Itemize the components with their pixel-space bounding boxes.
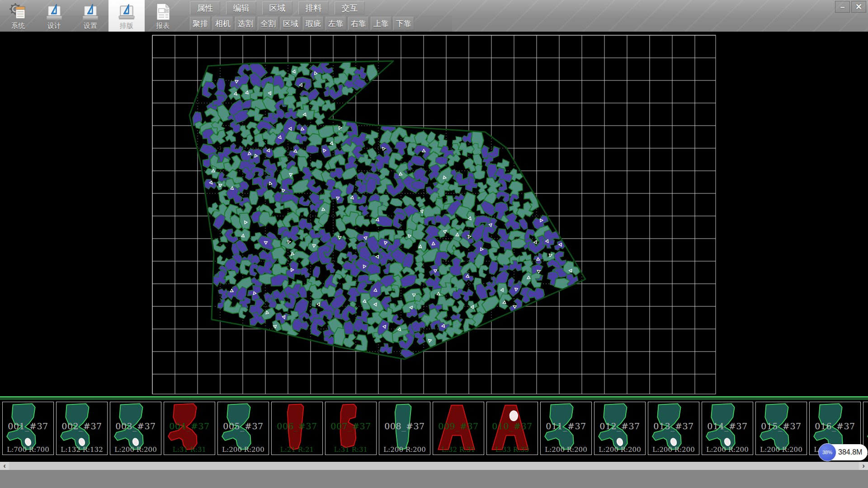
piece-thumbnail-013_#37[interactable]: 013_#37L:200 R:200 [648, 402, 699, 455]
app-button-2[interactable]: 设计 [36, 0, 72, 32]
piece-shape-boot [110, 402, 161, 455]
menu-tab-row: 属性编辑区域排料交互 [190, 1, 371, 14]
app-button-label: 设置 [84, 22, 97, 30]
piece-shape-boot [3, 402, 53, 455]
piece-shape-tall [272, 402, 322, 455]
tool-button-4[interactable]: 全割 [258, 17, 278, 30]
piece-shape-ashape [433, 402, 484, 455]
app-button-label: 设计 [47, 22, 61, 30]
scroll-left-icon[interactable]: ‹ [0, 462, 9, 470]
tool-button-9[interactable]: 上靠 [371, 17, 392, 30]
strip-separator-line [0, 399, 868, 399]
nest-layout-drawing [0, 32, 868, 396]
app-button-3[interactable]: 设置 [72, 0, 108, 32]
piece-thumbnail-009_#37[interactable]: 009_#37L:32 R:31 [433, 402, 484, 455]
gear-notepad-icon [8, 2, 28, 22]
piece-thumbnail-002_#37[interactable]: 002_#37L:132 R:132 [56, 402, 108, 455]
piece-shape-boot [756, 402, 807, 455]
piece-shape-tall [379, 402, 430, 455]
tool-button-7[interactable]: 左靠 [326, 17, 346, 30]
app-button-5[interactable]: 报表 [145, 0, 181, 32]
piece-thumbnail-014_#37[interactable]: 014_#37L:200 R:200 [702, 402, 753, 455]
piece-shape-boot [648, 402, 699, 455]
piece-thumbnail-005_#37[interactable]: 005_#37L:200 R:200 [217, 402, 269, 455]
app-button-label: 系统 [11, 22, 25, 30]
piece-thumbnail-006_#37[interactable]: 006_#37L:21 R:21 [271, 402, 323, 455]
app-button-label: 报表 [156, 22, 170, 30]
piece-thumbnail-010_#37[interactable]: 010_#37L:33 R:33 [486, 402, 538, 455]
piece-thumbnail-007_#37[interactable]: 007_#37L:31 R:31 [325, 402, 377, 455]
tool-button-3[interactable]: 选割 [235, 17, 256, 30]
piece-thumbnail-001_#37[interactable]: 001_#37L:700 R:700 [2, 402, 54, 455]
piece-shape-boot [702, 402, 753, 455]
laptop-ruler-icon [117, 2, 137, 22]
piece-thumbnail-012_#37[interactable]: 012_#37L:200 R:200 [594, 402, 646, 455]
piece-shape-ashape [487, 402, 538, 455]
piece-thumbnail-011_#37[interactable]: 011_#37L:200 R:200 [540, 402, 592, 455]
menu-tab-3[interactable]: 区域 [262, 1, 292, 14]
piece-shape-boot [541, 402, 591, 455]
window-controls: – ✕ [834, 1, 866, 13]
progress-percent-badge: 38% [818, 443, 836, 461]
piece-thumbnail-008_#37[interactable]: 008_#37L:200 R:200 [379, 402, 430, 455]
menu-button-row: 聚排相机选割全割区域瑕疵左靠右靠上靠下靠 [190, 17, 416, 30]
close-button[interactable]: ✕ [851, 1, 866, 13]
tool-button-6[interactable]: 瑕疵 [303, 17, 324, 30]
app-button-4[interactable]: 排版 [108, 0, 145, 32]
laptop-ruler-icon [44, 2, 64, 22]
piece-shape-cshape [326, 402, 376, 455]
piece-shape-boot [164, 402, 215, 455]
piece-shape-boot [218, 402, 269, 455]
thumbnail-row: 001_#37L:700 R:700002_#37L:132 R:132003_… [2, 402, 868, 455]
menu-tab-2[interactable]: 编辑 [226, 1, 256, 14]
memory-usage-label: 384.8M [838, 448, 862, 456]
tool-button-8[interactable]: 右靠 [348, 17, 369, 30]
laptop-ruler-icon [80, 2, 100, 22]
tool-button-2[interactable]: 相机 [212, 17, 233, 30]
scroll-right-icon[interactable]: › [859, 462, 868, 470]
tool-button-1[interactable]: 聚排 [190, 17, 211, 30]
menu-tab-4[interactable]: 排料 [298, 1, 329, 14]
minimize-button[interactable]: – [835, 1, 850, 13]
memory-status-badge: 38% 384.8M [819, 444, 868, 460]
top-toolbar: 系统 设计 设置 排版 报表 属性编辑区域排料交互 聚排相机选割全割区域瑕疵左靠… [0, 0, 868, 32]
piece-shape-boot [594, 402, 645, 455]
menu-tab-5[interactable]: 交互 [335, 1, 365, 14]
tool-button-5[interactable]: 区域 [280, 17, 301, 30]
piece-thumbnail-015_#37[interactable]: 015_#37L:200 R:200 [755, 402, 807, 455]
app-button-1[interactable]: 系统 [0, 0, 36, 32]
nesting-canvas[interactable] [0, 32, 868, 396]
horizontal-scrollbar[interactable]: ‹ › [0, 462, 868, 470]
piece-thumbnail-strip: 001_#37L:700 R:700002_#37L:132 R:132003_… [0, 396, 868, 456]
piece-thumbnail-004_#37[interactable]: 004_#37L:31 R:31 [164, 402, 215, 455]
app-button-label: 排版 [120, 22, 133, 30]
report-doc-icon [153, 2, 173, 22]
bottom-bar [0, 470, 868, 488]
piece-shape-boot [57, 402, 107, 455]
piece-thumbnail-003_#37[interactable]: 003_#37L:200 R:200 [110, 402, 161, 455]
menu-tab-1[interactable]: 属性 [190, 1, 220, 14]
app-mode-buttons: 系统 设计 设置 排版 报表 [0, 0, 181, 32]
tool-button-10[interactable]: 下靠 [393, 17, 414, 30]
